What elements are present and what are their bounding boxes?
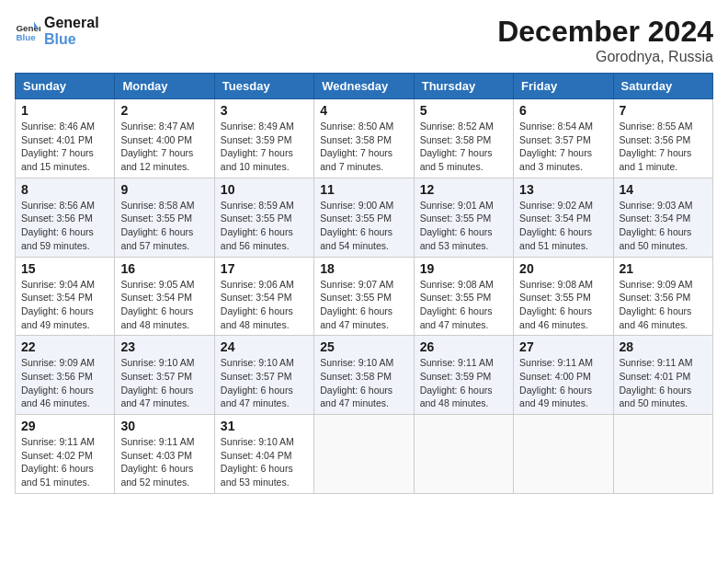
calendar-body: 1Sunrise: 8:46 AM Sunset: 4:01 PM Daylig… <box>16 99 713 494</box>
calendar-cell: 7Sunrise: 8:55 AM Sunset: 3:56 PM Daylig… <box>613 99 712 178</box>
day-number: 19 <box>420 261 507 276</box>
month-title: December 2024 <box>497 15 713 49</box>
calendar-cell: 30Sunrise: 9:11 AM Sunset: 4:03 PM Dayli… <box>115 415 214 494</box>
calendar-cell: 16Sunrise: 9:05 AM Sunset: 3:54 PM Dayli… <box>115 257 214 336</box>
day-info: Sunrise: 9:10 AM Sunset: 3:57 PM Dayligh… <box>120 356 208 410</box>
header-cell-monday: Monday <box>115 74 214 99</box>
day-info: Sunrise: 9:10 AM Sunset: 3:57 PM Dayligh… <box>221 356 308 410</box>
calendar-cell: 2Sunrise: 8:47 AM Sunset: 4:00 PM Daylig… <box>115 99 214 178</box>
day-number: 26 <box>420 339 507 354</box>
day-number: 20 <box>519 261 607 276</box>
day-info: Sunrise: 9:09 AM Sunset: 3:56 PM Dayligh… <box>620 278 707 332</box>
day-info: Sunrise: 9:00 AM Sunset: 3:55 PM Dayligh… <box>320 199 407 253</box>
day-number: 6 <box>519 103 607 118</box>
day-info: Sunrise: 9:06 AM Sunset: 3:54 PM Dayligh… <box>221 278 308 332</box>
day-number: 27 <box>519 339 607 354</box>
header-cell-sunday: Sunday <box>16 74 115 99</box>
day-info: Sunrise: 8:46 AM Sunset: 4:01 PM Dayligh… <box>21 120 108 174</box>
day-number: 21 <box>620 261 707 276</box>
calendar-cell: 26Sunrise: 9:11 AM Sunset: 3:59 PM Dayli… <box>414 336 513 415</box>
calendar-cell: 24Sunrise: 9:10 AM Sunset: 3:57 PM Dayli… <box>214 336 313 415</box>
day-number: 25 <box>320 339 407 354</box>
day-info: Sunrise: 9:11 AM Sunset: 3:59 PM Dayligh… <box>420 356 507 410</box>
day-number: 30 <box>120 419 208 433</box>
day-info: Sunrise: 8:50 AM Sunset: 3:58 PM Dayligh… <box>320 120 407 174</box>
day-info: Sunrise: 9:08 AM Sunset: 3:55 PM Dayligh… <box>519 278 607 332</box>
calendar-cell: 25Sunrise: 9:10 AM Sunset: 3:58 PM Dayli… <box>314 336 414 415</box>
day-info: Sunrise: 8:59 AM Sunset: 3:55 PM Dayligh… <box>221 199 308 253</box>
calendar-cell: 3Sunrise: 8:49 AM Sunset: 3:59 PM Daylig… <box>214 99 313 178</box>
header-cell-tuesday: Tuesday <box>214 74 313 99</box>
calendar-cell <box>314 415 414 494</box>
calendar-cell: 23Sunrise: 9:10 AM Sunset: 3:57 PM Dayli… <box>115 336 214 415</box>
header-cell-friday: Friday <box>514 74 613 99</box>
day-info: Sunrise: 8:52 AM Sunset: 3:58 PM Dayligh… <box>420 120 507 174</box>
day-number: 23 <box>120 339 208 354</box>
day-info: Sunrise: 9:03 AM Sunset: 3:54 PM Dayligh… <box>620 199 707 253</box>
day-number: 1 <box>21 103 108 118</box>
day-info: Sunrise: 9:11 AM Sunset: 4:02 PM Dayligh… <box>21 435 108 489</box>
calendar-header: SundayMondayTuesdayWednesdayThursdayFrid… <box>16 74 713 99</box>
week-row-4: 22Sunrise: 9:09 AM Sunset: 3:56 PM Dayli… <box>16 336 713 415</box>
day-number: 4 <box>320 103 407 118</box>
calendar-cell: 28Sunrise: 9:11 AM Sunset: 4:01 PM Dayli… <box>613 336 712 415</box>
header-cell-wednesday: Wednesday <box>314 74 414 99</box>
day-info: Sunrise: 8:56 AM Sunset: 3:56 PM Dayligh… <box>21 199 108 253</box>
day-info: Sunrise: 9:11 AM Sunset: 4:01 PM Dayligh… <box>620 356 707 410</box>
day-info: Sunrise: 8:47 AM Sunset: 4:00 PM Dayligh… <box>120 120 208 174</box>
header-cell-thursday: Thursday <box>414 74 513 99</box>
day-number: 11 <box>320 182 407 197</box>
day-info: Sunrise: 8:58 AM Sunset: 3:55 PM Dayligh… <box>120 199 208 253</box>
calendar-cell: 21Sunrise: 9:09 AM Sunset: 3:56 PM Dayli… <box>613 257 712 336</box>
title-area: December 2024 Gorodnya, Russia <box>497 15 713 65</box>
calendar-cell <box>514 415 613 494</box>
calendar-cell <box>613 415 712 494</box>
day-info: Sunrise: 9:10 AM Sunset: 3:58 PM Dayligh… <box>320 356 407 410</box>
day-info: Sunrise: 9:07 AM Sunset: 3:55 PM Dayligh… <box>320 278 407 332</box>
day-number: 17 <box>221 261 308 276</box>
week-row-5: 29Sunrise: 9:11 AM Sunset: 4:02 PM Dayli… <box>16 415 713 494</box>
calendar-table: SundayMondayTuesdayWednesdayThursdayFrid… <box>15 73 713 494</box>
header-row: SundayMondayTuesdayWednesdayThursdayFrid… <box>16 74 713 99</box>
day-number: 3 <box>221 103 308 118</box>
day-info: Sunrise: 9:01 AM Sunset: 3:55 PM Dayligh… <box>420 199 507 253</box>
day-number: 5 <box>420 103 507 118</box>
calendar-cell: 6Sunrise: 8:54 AM Sunset: 3:57 PM Daylig… <box>514 99 613 178</box>
day-number: 29 <box>21 419 108 433</box>
day-number: 15 <box>21 261 108 276</box>
calendar-cell: 5Sunrise: 8:52 AM Sunset: 3:58 PM Daylig… <box>414 99 513 178</box>
logo-text-line2: Blue <box>44 31 99 48</box>
calendar-cell: 11Sunrise: 9:00 AM Sunset: 3:55 PM Dayli… <box>314 178 414 257</box>
calendar-cell: 17Sunrise: 9:06 AM Sunset: 3:54 PM Dayli… <box>214 257 313 336</box>
day-info: Sunrise: 9:05 AM Sunset: 3:54 PM Dayligh… <box>120 278 208 332</box>
week-row-3: 15Sunrise: 9:04 AM Sunset: 3:54 PM Dayli… <box>16 257 713 336</box>
logo-text-line1: General <box>44 15 99 31</box>
logo-icon: General Blue <box>15 18 40 44</box>
day-number: 28 <box>620 339 707 354</box>
calendar-cell: 10Sunrise: 8:59 AM Sunset: 3:55 PM Dayli… <box>214 178 313 257</box>
day-number: 16 <box>120 261 208 276</box>
day-number: 14 <box>620 182 707 197</box>
logo: General Blue General Blue <box>15 15 99 48</box>
day-info: Sunrise: 9:08 AM Sunset: 3:55 PM Dayligh… <box>420 278 507 332</box>
day-number: 8 <box>21 182 108 197</box>
day-info: Sunrise: 9:11 AM Sunset: 4:03 PM Dayligh… <box>120 435 208 489</box>
calendar-cell: 4Sunrise: 8:50 AM Sunset: 3:58 PM Daylig… <box>314 99 414 178</box>
day-info: Sunrise: 9:04 AM Sunset: 3:54 PM Dayligh… <box>21 278 108 332</box>
calendar-cell: 27Sunrise: 9:11 AM Sunset: 4:00 PM Dayli… <box>514 336 613 415</box>
calendar-cell: 12Sunrise: 9:01 AM Sunset: 3:55 PM Dayli… <box>414 178 513 257</box>
day-number: 13 <box>519 182 607 197</box>
calendar-cell: 13Sunrise: 9:02 AM Sunset: 3:54 PM Dayli… <box>514 178 613 257</box>
day-number: 9 <box>120 182 208 197</box>
page-header: General Blue General Blue December 2024 … <box>15 15 713 65</box>
day-number: 31 <box>221 419 308 433</box>
header-cell-saturday: Saturday <box>613 74 712 99</box>
day-number: 10 <box>221 182 308 197</box>
day-info: Sunrise: 9:10 AM Sunset: 4:04 PM Dayligh… <box>221 435 308 489</box>
calendar-cell <box>414 415 513 494</box>
week-row-2: 8Sunrise: 8:56 AM Sunset: 3:56 PM Daylig… <box>16 178 713 257</box>
calendar-cell: 1Sunrise: 8:46 AM Sunset: 4:01 PM Daylig… <box>16 99 115 178</box>
calendar-cell: 14Sunrise: 9:03 AM Sunset: 3:54 PM Dayli… <box>613 178 712 257</box>
day-number: 7 <box>620 103 707 118</box>
calendar-cell: 22Sunrise: 9:09 AM Sunset: 3:56 PM Dayli… <box>16 336 115 415</box>
